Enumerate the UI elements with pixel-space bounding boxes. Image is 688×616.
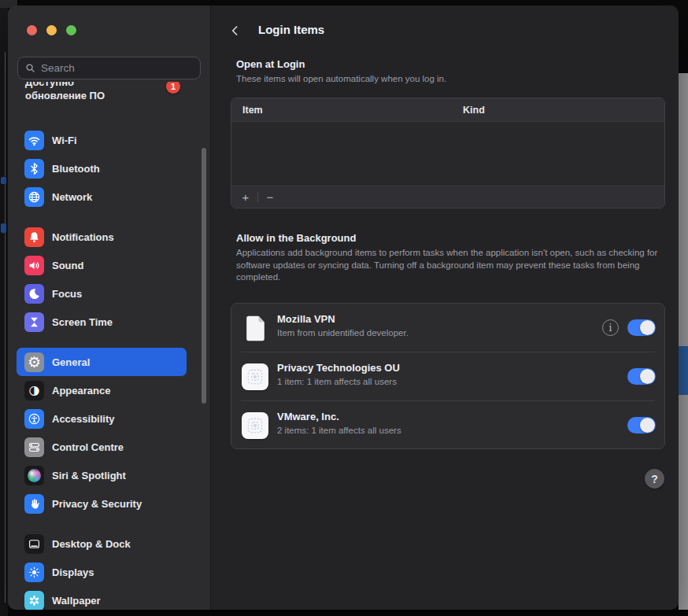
bell-icon xyxy=(24,227,44,247)
page-title: Login Items xyxy=(258,23,324,36)
background-window-edge-right xyxy=(679,73,688,610)
open-at-login-description: These items will open automatically when… xyxy=(236,73,661,86)
vmware-toggle[interactable] xyxy=(627,417,656,433)
sidebar-item-bluetooth[interactable]: Bluetooth xyxy=(17,154,187,183)
moon-icon xyxy=(24,284,44,304)
traffic-lights xyxy=(27,25,76,35)
sidebar-group-alerts: Notifications Sound Focus xyxy=(17,223,202,336)
search-icon xyxy=(24,62,36,74)
background-item-name: VMware, Inc. xyxy=(277,411,339,422)
background-item-detail: 2 items: 1 item affects all users xyxy=(277,426,401,435)
speaker-icon xyxy=(24,256,44,275)
table-body-empty[interactable] xyxy=(231,122,664,186)
table-header: Item Kind xyxy=(231,98,664,122)
sidebar-item-label: Notifications xyxy=(52,231,114,243)
search-placeholder: Search xyxy=(41,62,75,74)
sidebar-item-label: Wi-Fi xyxy=(52,135,77,146)
sidebar-item-label: Wallpaper xyxy=(52,595,101,607)
login-items-pane: Login Items Open at Login These items wi… xyxy=(211,6,679,610)
accessibility-icon xyxy=(24,409,44,429)
document-icon xyxy=(241,314,269,342)
sidebar-group-display: Desktop & Dock Displays Wallpaper xyxy=(17,529,202,610)
sidebar-item-desktop-dock[interactable]: Desktop & Dock xyxy=(17,529,187,558)
minimize-button[interactable] xyxy=(46,25,57,35)
sidebar-group-network: Wi-Fi Bluetooth Network xyxy=(17,126,202,211)
sidebar-item-label: Privacy & Security xyxy=(52,498,142,510)
sidebar-item-label: Accessibility xyxy=(52,413,115,425)
hourglass-icon xyxy=(24,312,44,332)
back-button[interactable] xyxy=(227,22,244,39)
background-items-list: Mozilla VPN Item from unidentified devel… xyxy=(231,303,665,449)
sidebar-group-system: ⚙ General ◑ Appearance Accessibility xyxy=(17,348,202,518)
sidebar-item-network[interactable]: Network xyxy=(17,183,187,211)
sidebar-item-wifi[interactable]: Wi-Fi xyxy=(17,126,187,154)
sidebar-item-label: Displays xyxy=(52,566,94,578)
sidebar-item-label: Screen Time xyxy=(52,316,113,328)
search-input[interactable]: Search xyxy=(17,57,201,79)
sidebar-item-label: General xyxy=(52,356,90,368)
chevron-left-icon xyxy=(229,24,242,37)
column-header-item: Item xyxy=(242,105,263,116)
sidebar-item-displays[interactable]: Displays xyxy=(17,558,187,586)
add-login-item-button[interactable]: + xyxy=(238,190,253,205)
background-window-scrollbar-fragment xyxy=(679,346,688,395)
hand-icon xyxy=(24,494,44,514)
sidebar-item-software-update[interactable]: Доступно обновление ПО 1 xyxy=(17,82,202,102)
sidebar-item-control-centre[interactable]: Control Centre xyxy=(17,433,187,461)
flower-icon xyxy=(24,591,44,610)
help-button[interactable]: ? xyxy=(645,469,664,489)
info-icon[interactable]: i xyxy=(602,319,619,336)
wifi-icon xyxy=(24,131,44,150)
siri-icon xyxy=(24,466,44,485)
sidebar-item-sound[interactable]: Sound xyxy=(17,251,187,279)
sun-icon xyxy=(24,563,44,582)
allow-background-heading: Allow in the Background xyxy=(236,232,356,244)
extension-icon xyxy=(241,411,269,440)
gear-icon: ⚙ xyxy=(24,352,44,372)
column-header-kind: Kind xyxy=(463,105,485,116)
sidebar-item-label: Focus xyxy=(52,288,82,300)
background-item-detail: 1 item: 1 item affects all users xyxy=(277,377,397,386)
background-window-divider xyxy=(5,52,6,603)
sidebar-list: Доступно обновление ПО 1 Wi-Fi Bluetooth xyxy=(8,82,210,610)
allow-background-description: Applications add background items to per… xyxy=(236,247,661,284)
zoom-button[interactable] xyxy=(66,25,76,35)
mozilla-vpn-toggle[interactable] xyxy=(627,319,656,336)
background-item-row: Mozilla VPN Item from unidentified devel… xyxy=(231,304,664,352)
globe-icon xyxy=(24,187,44,207)
sidebar-scrollbar[interactable] xyxy=(202,148,206,404)
background-item-row: Privacy Technologies OU 1 item: 1 item a… xyxy=(231,352,664,401)
sidebar-item-wallpaper[interactable]: Wallpaper xyxy=(17,586,187,610)
bluetooth-icon xyxy=(24,159,44,179)
background-item-name: Privacy Technologies OU xyxy=(277,362,400,374)
dock-icon xyxy=(24,534,44,554)
table-footer: + − xyxy=(231,186,664,208)
toggles-icon xyxy=(24,437,44,457)
sidebar-item-label: Appearance xyxy=(52,385,110,397)
remove-login-item-button[interactable]: − xyxy=(262,190,278,205)
sidebar: Search Доступно обновление ПО 1 Wi-Fi xyxy=(8,6,211,610)
sidebar-item-siri-spotlight[interactable]: Siri & Spotlight xyxy=(17,461,187,489)
sidebar-item-notifications[interactable]: Notifications xyxy=(17,223,187,251)
sidebar-item-general[interactable]: ⚙ General xyxy=(17,348,187,376)
system-settings-window: Search Доступно обновление ПО 1 Wi-Fi xyxy=(8,6,679,610)
background-item-name: Mozilla VPN xyxy=(277,313,335,325)
button-divider xyxy=(257,192,258,203)
background-window-blue-fragment xyxy=(1,223,6,233)
background-item-detail: Item from unidentified developer. xyxy=(277,328,409,338)
sidebar-item-accessibility[interactable]: Accessibility xyxy=(17,404,187,433)
background-window-blue-fragment xyxy=(1,177,6,184)
sidebar-item-appearance[interactable]: ◑ Appearance xyxy=(17,376,187,404)
sidebar-item-label: Bluetooth xyxy=(52,163,100,175)
sidebar-item-screen-time[interactable]: Screen Time xyxy=(17,308,187,336)
close-button[interactable] xyxy=(27,25,37,35)
sidebar-item-label: Control Centre xyxy=(52,441,124,453)
open-at-login-heading: Open at Login xyxy=(236,58,305,70)
privacy-technologies-toggle[interactable] xyxy=(627,368,656,385)
background-item-row: VMware, Inc. 2 items: 1 item affects all… xyxy=(231,401,664,450)
sidebar-item-label: Network xyxy=(52,191,92,203)
sidebar-item-focus[interactable]: Focus xyxy=(17,279,187,308)
sidebar-item-privacy-security[interactable]: Privacy & Security xyxy=(17,489,187,518)
sidebar-item-label: Siri & Spotlight xyxy=(52,470,126,481)
extension-icon xyxy=(241,363,269,391)
